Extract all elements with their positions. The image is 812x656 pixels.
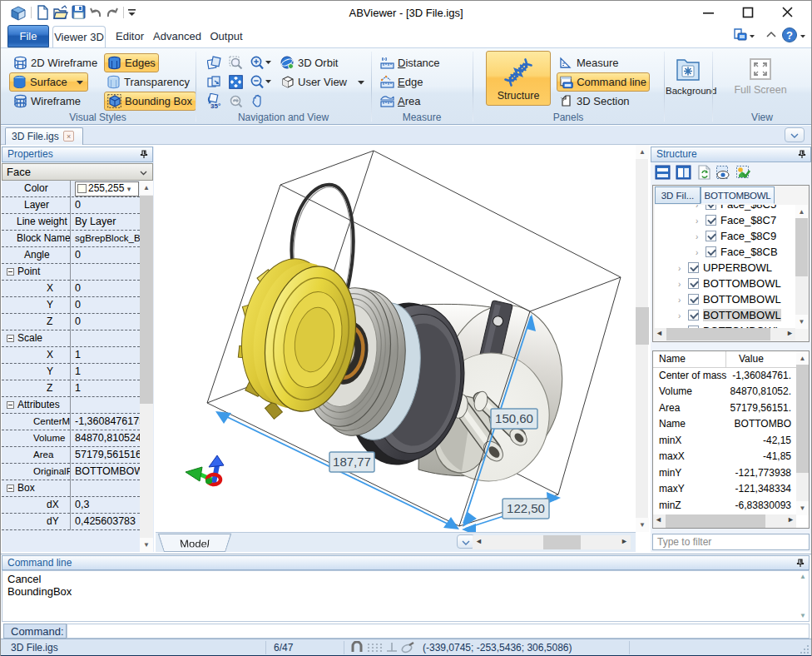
svg-text:122,50: 122,50: [507, 501, 545, 515]
svg-text:150,60: 150,60: [495, 411, 533, 425]
svg-text:187,77: 187,77: [333, 455, 371, 469]
svg-text:?: ?: [786, 29, 793, 42]
svg-text:35°: 35°: [210, 102, 220, 109]
